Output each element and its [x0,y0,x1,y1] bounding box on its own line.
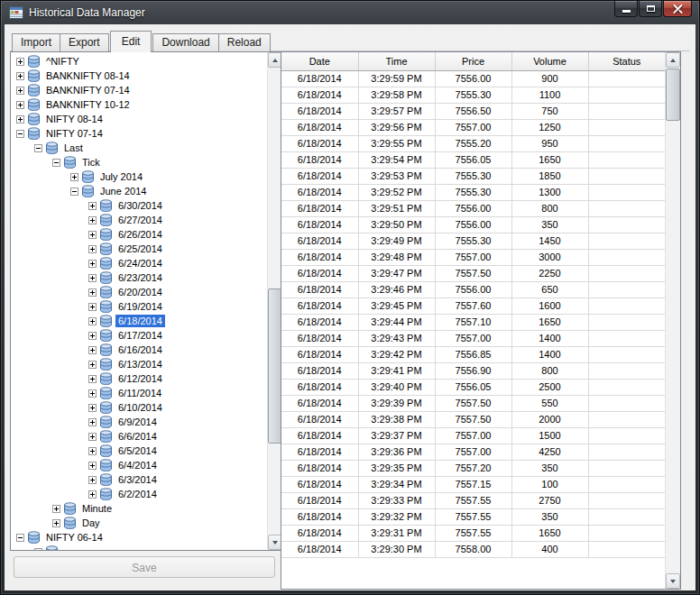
grid-cell[interactable]: 3:29:43 PM [358,330,435,346]
tree-item[interactable]: 6/20/2014 [11,285,267,299]
scroll-down-button[interactable] [666,573,680,589]
expand-toggle-icon[interactable] [88,375,97,383]
grid-cell[interactable]: 6/18/2014 [281,427,358,444]
grid-cell[interactable]: 7556.05 [435,379,511,395]
expand-toggle-icon[interactable] [88,418,97,426]
tree-item-label[interactable]: 6/2/2014 [115,488,160,500]
tree-item-label[interactable]: 6/6/2014 [115,430,160,443]
tree-item[interactable]: 6/25/2014 [11,242,267,256]
tree-item[interactable]: 6/11/2014 [11,386,267,400]
tree-item-label[interactable]: 6/20/2014 [115,286,165,298]
expand-toggle-icon[interactable] [34,548,42,551]
tree-item[interactable]: 6/16/2014 [11,343,267,357]
grid-cell[interactable]: 3:29:40 PM [358,379,435,395]
grid-cell[interactable] [588,184,665,200]
tree-item-label[interactable]: NIFTY 07-14 [43,127,106,140]
grid-cell[interactable]: 100 [511,476,588,492]
grid-cell[interactable]: 1100 [511,87,588,103]
grid-cell[interactable]: 1600 [511,298,588,314]
expand-toggle-icon[interactable] [88,317,97,325]
tree-item[interactable]: 6/23/2014 [11,270,267,285]
grid-cell[interactable]: 6/18/2014 [281,119,358,135]
minimize-button[interactable] [614,1,638,17]
expand-toggle-icon[interactable] [88,260,97,268]
grid-cell[interactable]: 3:29:57 PM [358,103,435,119]
grid-cell[interactable]: 6/18/2014 [281,233,358,249]
grid-cell[interactable]: 7557.00 [435,427,511,444]
grid-cell[interactable] [588,330,665,346]
expand-toggle-icon[interactable] [88,231,97,239]
tree-item[interactable]: 6/24/2014 [11,256,267,270]
tree-item[interactable]: 6/26/2014 [11,227,267,242]
expand-toggle-icon[interactable] [88,490,97,499]
tree-item-label[interactable]: 6/12/2014 [115,372,165,385]
grid-cell[interactable]: 7555.30 [435,233,511,249]
grid-cell[interactable]: 3:29:59 PM [358,70,435,87]
tree-item[interactable]: BANKNIFTY 08-14 [11,69,267,83]
grid-cell[interactable]: 1500 [511,427,588,444]
grid-cell[interactable]: 7556.00 [435,70,511,87]
grid-cell[interactable]: 3:29:55 PM [358,135,435,151]
grid-cell[interactable] [588,427,665,444]
grid-cell[interactable] [588,87,665,103]
expand-toggle-icon[interactable] [88,476,97,484]
tree-item[interactable]: 6/17/2014 [11,328,267,343]
tree-item-label[interactable]: Tick [79,156,103,169]
tree-item-label[interactable]: Minute [79,502,115,515]
grid-cell[interactable]: 7557.00 [435,249,511,265]
scrollbar-thumb[interactable] [666,69,680,121]
grid-cell[interactable]: 6/18/2014 [281,281,358,298]
grid-cell[interactable]: 7557.00 [435,444,511,460]
expand-toggle-icon[interactable] [88,433,97,441]
grid-cell[interactable]: 550 [511,395,588,411]
grid-cell[interactable]: 6/18/2014 [281,476,358,492]
maximize-button[interactable] [639,1,662,17]
tree-item[interactable]: 6/2/2014 [11,487,267,501]
grid-cell[interactable]: 7557.15 [435,476,511,492]
grid-cell[interactable]: 6/18/2014 [281,135,358,151]
tree-item-label[interactable]: BANKNIFTY 08-14 [43,69,133,82]
grid-cell[interactable]: 1650 [511,314,588,330]
grid-cell[interactable]: 1400 [511,346,588,362]
collapse-toggle-icon[interactable] [16,130,24,138]
grid-cell[interactable]: 6/18/2014 [281,298,358,314]
grid-cell[interactable] [588,200,665,216]
grid-cell[interactable]: 7557.60 [435,298,511,314]
tree-item-label[interactable]: 6/30/2014 [115,199,165,212]
grid-cell[interactable]: 6/18/2014 [281,508,358,525]
grid-cell[interactable]: 400 [511,541,588,557]
tree-item-label[interactable]: 6/13/2014 [115,358,165,371]
tree-item[interactable]: 6/5/2014 [11,444,267,458]
grid-cell[interactable]: 1850 [511,168,588,184]
tree-item-label[interactable]: 6/26/2014 [115,228,165,241]
grid-cell[interactable] [588,476,665,492]
grid-cell[interactable]: 3:29:48 PM [358,249,435,265]
tree-item[interactable]: Last [11,141,267,155]
tree-item-label[interactable]: 6/5/2014 [115,444,160,457]
grid-cell[interactable]: 3:29:51 PM [358,200,435,216]
grid-cell[interactable] [588,444,665,460]
grid-cell[interactable]: 6/18/2014 [281,184,358,200]
tree-item-label[interactable]: 6/3/2014 [115,473,160,486]
grid-cell[interactable]: 3:29:53 PM [358,168,435,184]
grid-cell[interactable]: 1650 [511,151,588,168]
grid-cell[interactable]: 3000 [511,249,588,265]
grid-cell[interactable] [588,135,665,151]
tree-item-label[interactable]: 6/24/2014 [115,257,165,270]
grid-cell[interactable]: 6/18/2014 [281,411,358,427]
grid-cell[interactable]: 3:29:54 PM [358,151,435,168]
save-button[interactable]: Save [14,556,275,578]
grid-cell[interactable]: 1250 [511,119,588,135]
grid-cell[interactable]: 7557.10 [435,314,511,330]
tree-item-label[interactable]: 6/11/2014 [115,387,164,399]
expand-toggle-icon[interactable] [88,288,97,297]
tree-item-label[interactable]: 6/23/2014 [115,271,165,284]
grid-cell[interactable]: 1400 [511,330,588,346]
expand-toggle-icon[interactable] [88,202,97,210]
grid-cell[interactable]: 3:29:32 PM [358,508,435,525]
tree-item[interactable]: ^NIFTY [11,54,267,69]
app-icon[interactable] [9,6,23,19]
grid-cell[interactable] [588,265,665,281]
tree-item[interactable]: 6/4/2014 [11,458,267,472]
expand-toggle-icon[interactable] [52,519,60,527]
